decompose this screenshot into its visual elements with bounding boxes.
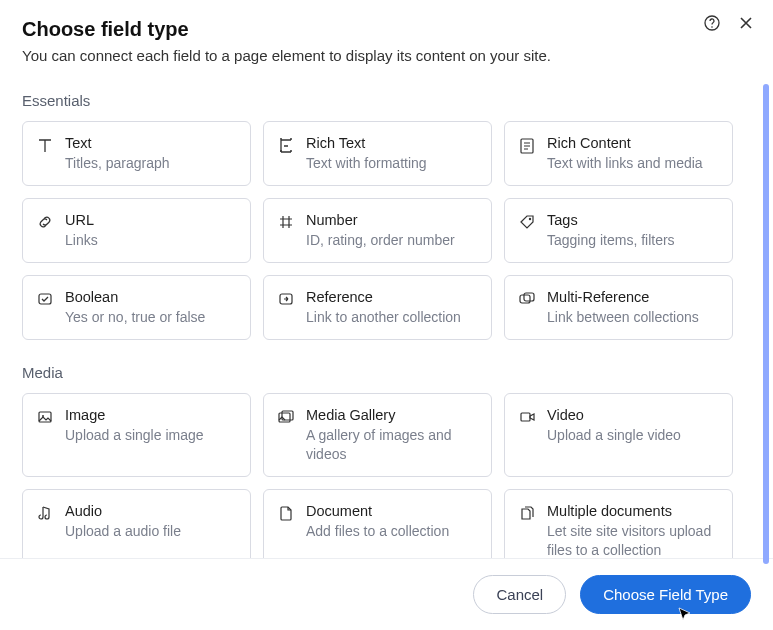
- essentials-grid: Text Titles, paragraph Rich Text Text wi…: [22, 121, 751, 340]
- field-card-text[interactable]: Text Titles, paragraph: [22, 121, 251, 186]
- card-desc: Yes or no, true or false: [65, 308, 205, 327]
- close-icon[interactable]: [737, 14, 755, 32]
- text-icon: [35, 136, 55, 156]
- dialog-footer: Cancel Choose Field Type: [0, 558, 773, 630]
- help-icon[interactable]: [703, 14, 721, 32]
- card-desc: Let site site visitors upload files to a…: [547, 522, 720, 558]
- card-desc: Links: [65, 231, 98, 250]
- image-icon: [35, 408, 55, 428]
- card-title: Text: [65, 134, 170, 152]
- boolean-icon: [35, 290, 55, 310]
- field-card-document[interactable]: Document Add files to a collection: [263, 489, 492, 558]
- card-desc: Upload a audio file: [65, 522, 181, 541]
- field-card-boolean[interactable]: Boolean Yes or no, true or false: [22, 275, 251, 340]
- field-card-multireference[interactable]: Multi-Reference Link between collections: [504, 275, 733, 340]
- card-desc: Upload a single image: [65, 426, 204, 445]
- field-card-video[interactable]: Video Upload a single video: [504, 393, 733, 477]
- video-icon: [517, 408, 537, 428]
- card-desc: Text with links and media: [547, 154, 703, 173]
- field-card-richtext[interactable]: Rich Text Text with formatting: [263, 121, 492, 186]
- cancel-button[interactable]: Cancel: [473, 575, 566, 614]
- media-grid: Image Upload a single image Media Galler…: [22, 393, 751, 558]
- card-title: Image: [65, 406, 204, 424]
- field-card-url[interactable]: URL Links: [22, 198, 251, 263]
- card-title: Rich Text: [306, 134, 427, 152]
- card-title: Reference: [306, 288, 461, 306]
- multireference-icon: [517, 290, 537, 310]
- url-icon: [35, 213, 55, 233]
- card-desc: Text with formatting: [306, 154, 427, 173]
- card-title: Video: [547, 406, 681, 424]
- field-card-multidoc[interactable]: Multiple documents Let site site visitor…: [504, 489, 733, 558]
- field-card-richcontent[interactable]: Rich Content Text with links and media: [504, 121, 733, 186]
- card-title: Multiple documents: [547, 502, 720, 520]
- dialog-title: Choose field type: [22, 18, 751, 41]
- card-desc: Add files to a collection: [306, 522, 449, 541]
- gallery-icon: [276, 408, 296, 428]
- field-card-image[interactable]: Image Upload a single image: [22, 393, 251, 477]
- tags-icon: [517, 213, 537, 233]
- choose-button[interactable]: Choose Field Type: [580, 575, 751, 614]
- field-card-tags[interactable]: Tags Tagging items, filters: [504, 198, 733, 263]
- card-title: Number: [306, 211, 455, 229]
- audio-icon: [35, 504, 55, 524]
- card-title: Multi-Reference: [547, 288, 699, 306]
- field-card-number[interactable]: Number ID, rating, order number: [263, 198, 492, 263]
- number-icon: [276, 213, 296, 233]
- card-title: Media Gallery: [306, 406, 479, 424]
- dialog-header: Choose field type You can connect each f…: [0, 0, 773, 82]
- dialog-content[interactable]: Essentials Text Titles, paragraph Rich T…: [0, 82, 773, 558]
- card-desc: Titles, paragraph: [65, 154, 170, 173]
- card-desc: Upload a single video: [547, 426, 681, 445]
- richcontent-icon: [517, 136, 537, 156]
- field-card-reference[interactable]: Reference Link to another collection: [263, 275, 492, 340]
- card-desc: Tagging items, filters: [547, 231, 675, 250]
- card-title: Boolean: [65, 288, 205, 306]
- field-card-mediagallery[interactable]: Media Gallery A gallery of images and vi…: [263, 393, 492, 477]
- card-desc: Link to another collection: [306, 308, 461, 327]
- card-title: Document: [306, 502, 449, 520]
- section-title-media: Media: [22, 364, 751, 381]
- reference-icon: [276, 290, 296, 310]
- multidoc-icon: [517, 504, 537, 524]
- field-card-audio[interactable]: Audio Upload a audio file: [22, 489, 251, 558]
- card-title: URL: [65, 211, 98, 229]
- dialog-subtitle: You can connect each field to a page ele…: [22, 47, 751, 64]
- card-title: Audio: [65, 502, 181, 520]
- card-title: Rich Content: [547, 134, 703, 152]
- header-actions: [703, 14, 755, 32]
- card-desc: ID, rating, order number: [306, 231, 455, 250]
- choose-field-type-dialog: Choose field type You can connect each f…: [0, 0, 773, 630]
- scrollbar[interactable]: [763, 84, 769, 564]
- richtext-icon: [276, 136, 296, 156]
- card-desc: A gallery of images and videos: [306, 426, 479, 464]
- card-desc: Link between collections: [547, 308, 699, 327]
- section-title-essentials: Essentials: [22, 92, 751, 109]
- document-icon: [276, 504, 296, 524]
- card-title: Tags: [547, 211, 675, 229]
